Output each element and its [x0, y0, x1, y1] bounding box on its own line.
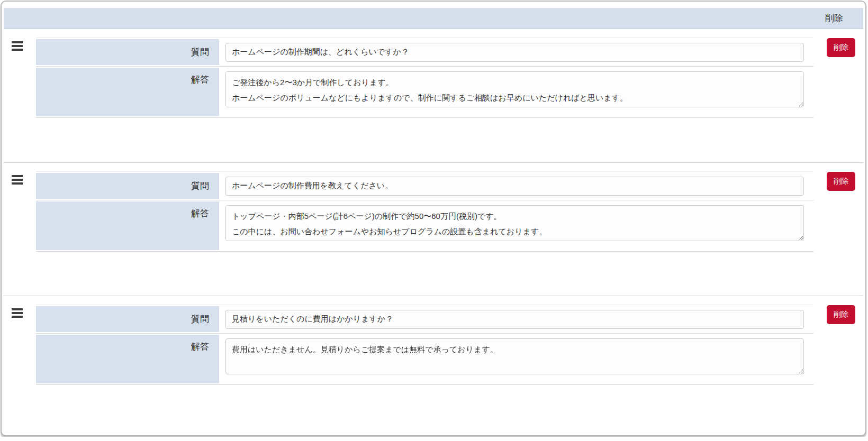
question-row: 質問: [36, 172, 813, 200]
qa-table: 質問 解答 ご発注後から2〜3か月で制作しております。 ホームページのボリューム…: [36, 38, 813, 118]
question-input[interactable]: [225, 310, 804, 329]
delete-button[interactable]: 削除: [827, 172, 855, 191]
question-label: 質問: [36, 173, 219, 199]
drag-handle-icon[interactable]: [12, 41, 23, 51]
table-header: 削除: [4, 8, 863, 29]
drag-handle-icon[interactable]: [12, 175, 23, 185]
delete-column-header: 削除: [825, 12, 843, 24]
answer-textarea[interactable]: トップページ・内部5ページ(計6ページ)の制作で約50〜60万円(税別)です。 …: [225, 205, 804, 241]
faq-item: 質問 解答 ご発注後から2〜3か月で制作しております。 ホームページのボリューム…: [4, 29, 863, 162]
question-label: 質問: [36, 39, 219, 65]
faq-editor-panel: 削除 質問 解答 ご発注後から2〜3か月で制作しております。 ホームページのボリ…: [1, 1, 866, 436]
question-input[interactable]: [225, 177, 804, 196]
answer-label: 解答: [36, 335, 219, 383]
question-row: 質問: [36, 305, 813, 334]
answer-textarea[interactable]: ご発注後から2〜3か月で制作しております。 ホームページのボリュームなどにもより…: [225, 71, 804, 107]
answer-row: 解答 トップページ・内部5ページ(計6ページ)の制作で約50〜60万円(税別)で…: [36, 200, 813, 252]
qa-table: 質問 解答 トップページ・内部5ページ(計6ページ)の制作で約50〜60万円(税…: [36, 171, 813, 252]
answer-label: 解答: [36, 68, 219, 116]
drag-handle-icon[interactable]: [12, 308, 23, 318]
delete-button[interactable]: 削除: [827, 38, 855, 57]
answer-row: 解答 ご発注後から2〜3か月で制作しております。 ホームページのボリュームなどに…: [36, 67, 813, 118]
qa-table: 質問 解答 費用はいただきません。見積りからご提案までは無料で承っております。: [36, 305, 813, 385]
delete-button[interactable]: 削除: [827, 305, 855, 324]
faq-item: 質問 解答 費用はいただきません。見積りからご提案までは無料で承っております。 …: [4, 296, 863, 429]
answer-row: 解答 費用はいただきません。見積りからご提案までは無料で承っております。: [36, 334, 813, 385]
answer-textarea[interactable]: 費用はいただきません。見積りからご提案までは無料で承っております。: [225, 338, 804, 374]
question-row: 質問: [36, 38, 813, 67]
question-input[interactable]: [225, 43, 804, 62]
answer-label: 解答: [36, 201, 219, 250]
faq-item: 質問 解答 トップページ・内部5ページ(計6ページ)の制作で約50〜60万円(税…: [4, 162, 863, 296]
question-label: 質問: [36, 306, 219, 332]
